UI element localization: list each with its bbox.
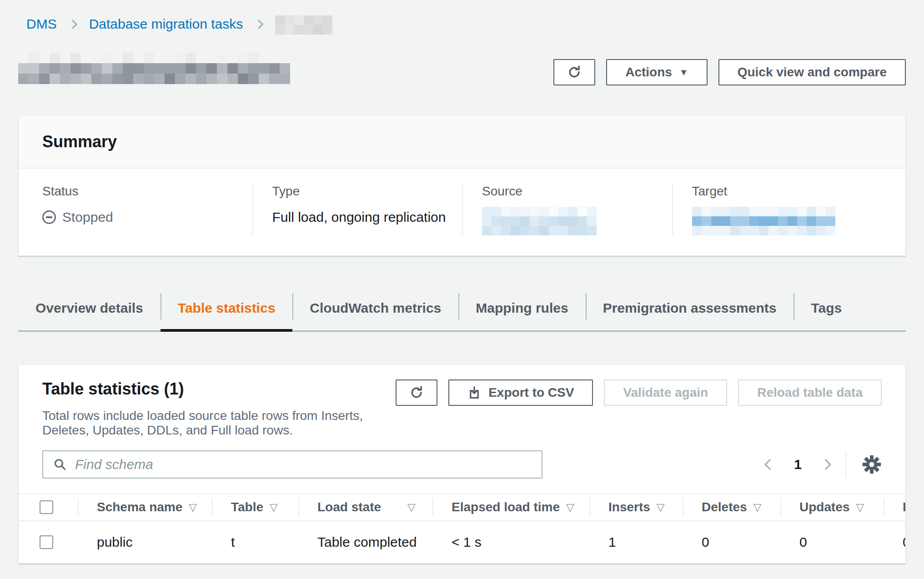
column-header-table[interactable]: Table ▽ [212, 494, 298, 520]
page: DMS Database migration tasks Actions ▼ [0, 0, 924, 564]
breadcrumb-chevron-icon [68, 19, 78, 29]
search-icon [53, 458, 67, 471]
type-value: Full load, ongoing replication [272, 210, 446, 225]
caret-down-icon: ▼ [679, 68, 688, 77]
column-header-elapsed-load-time[interactable]: Elapsed load time ▽ [432, 494, 589, 520]
breadcrumb-current-redacted [275, 15, 332, 35]
select-all-checkbox[interactable] [40, 500, 53, 514]
export-to-csv-button[interactable]: Export to CSV [448, 379, 593, 406]
tab-mapping-rules[interactable]: Mapping rules [458, 290, 585, 330]
find-schema-input[interactable] [75, 457, 532, 472]
breadcrumb-link-dms[interactable]: DMS [26, 16, 57, 32]
refresh-icon [567, 65, 582, 80]
previous-page-icon[interactable] [764, 459, 776, 470]
sort-icon: ▽ [856, 501, 864, 514]
breadcrumb-link-tasks[interactable]: Database migration tasks [89, 16, 243, 32]
schema-search-box [42, 450, 542, 479]
summary-field-source: Source [462, 184, 672, 235]
sort-icon: ▽ [407, 501, 416, 514]
table-toolbar: 1 [19, 450, 905, 479]
cell-deletes: 0 [683, 534, 780, 550]
settings-button[interactable] [862, 454, 882, 474]
header-actions: Actions ▼ Quick view and compare [553, 59, 906, 85]
tab-tags[interactable]: Tags [793, 290, 859, 330]
sort-icon: ▽ [657, 501, 665, 514]
tab-cloudwatch-metrics[interactable]: CloudWatch metrics [292, 290, 458, 330]
tab-table-statistics[interactable]: Table statistics [161, 290, 293, 330]
pagination: 1 [766, 457, 830, 472]
sort-icon: ▽ [189, 501, 197, 514]
current-page-number: 1 [794, 457, 802, 472]
page-title-redacted [18, 53, 290, 84]
actions-button-label: Actions [625, 65, 672, 80]
row-checkbox[interactable] [40, 535, 53, 549]
summary-card-body: Status Stopped Type Full load, ongoing r… [19, 169, 905, 255]
divider [845, 451, 846, 478]
column-label: Elapsed load time [452, 500, 560, 514]
quick-view-compare-label: Quick view and compare [738, 65, 887, 80]
column-label: Load state [317, 500, 381, 514]
reload-table-data-button[interactable]: Reload table data [738, 379, 882, 406]
cell-inserts: 1 [589, 534, 683, 550]
target-endpoint-link-redacted[interactable] [692, 207, 835, 235]
table-refresh-button[interactable] [396, 379, 437, 406]
column-header-schema-name[interactable]: Schema name ▽ [78, 494, 212, 520]
tab-premigration-assessments[interactable]: Premigration assessments [586, 290, 794, 330]
column-header-inserts[interactable]: Inserts ▽ [589, 494, 683, 520]
summary-field-target: Target [672, 184, 882, 235]
breadcrumb-chevron-icon [254, 19, 264, 29]
status-value: Stopped [62, 210, 113, 225]
select-all-cell [19, 494, 78, 520]
column-label: Schema name [97, 500, 182, 514]
column-label: Inserts [608, 500, 650, 514]
refresh-icon [409, 385, 424, 400]
validate-again-button[interactable]: Validate again [604, 379, 727, 406]
source-label: Source [482, 184, 672, 199]
export-to-csv-label: Export to CSV [488, 385, 574, 400]
cell-elapsed-load-time: < 1 s [432, 534, 589, 550]
tab-overview-details[interactable]: Overview details [18, 290, 161, 330]
column-header-deletes[interactable]: Deletes ▽ [683, 494, 780, 520]
column-label: Updates [799, 500, 849, 514]
refresh-button[interactable] [553, 59, 595, 85]
reload-table-data-label: Reload table data [757, 385, 863, 400]
table-statistics-header: Table statistics (1) Total rows include … [19, 365, 905, 438]
summary-field-type: Type Full load, ongoing replication [252, 184, 462, 235]
gear-icon [862, 454, 882, 474]
column-header-ddls[interactable]: DDLs ▽ [884, 494, 906, 520]
summary-card: Summary Status Stopped Type Full load, o… [18, 115, 906, 256]
table-header-row: Schema name ▽ Table ▽ Load state ▽ Elaps… [19, 494, 905, 520]
summary-field-status: Status Stopped [42, 184, 252, 235]
sort-icon: ▽ [270, 501, 278, 514]
summary-card-header: Summary [19, 116, 905, 169]
column-label: Deletes [702, 500, 747, 514]
table-statistics-table: Schema name ▽ Table ▽ Load state ▽ Elaps… [19, 493, 905, 563]
download-icon [467, 386, 481, 399]
cell-load-state: Table completed [298, 534, 432, 550]
cell-ddls: 0 [884, 534, 906, 550]
summary-title: Summary [42, 132, 882, 151]
cell-schema-name: public [78, 534, 212, 550]
column-label: Table [231, 500, 263, 514]
cell-table: t [212, 534, 298, 550]
column-header-updates[interactable]: Updates ▽ [780, 494, 884, 520]
table-statistics-heading-group: Table statistics (1) Total rows include … [42, 379, 396, 438]
cell-updates: 0 [780, 534, 884, 550]
stopped-icon [42, 210, 56, 224]
actions-button[interactable]: Actions ▼ [606, 59, 707, 85]
breadcrumb: DMS Database migration tasks [26, 14, 906, 35]
column-label: DDLs [903, 500, 906, 514]
table-row: public t Table completed < 1 s 1 0 0 0 [19, 520, 905, 563]
row-select-cell [19, 535, 78, 549]
type-label: Type [272, 184, 462, 199]
page-header: Actions ▼ Quick view and compare [18, 59, 906, 85]
status-label: Status [42, 184, 252, 199]
table-statistics-actions: Export to CSV Validate again Reload tabl… [396, 379, 882, 406]
sort-icon: ▽ [753, 501, 762, 514]
column-header-load-state[interactable]: Load state ▽ [298, 494, 432, 520]
sort-icon: ▽ [566, 501, 574, 514]
table-statistics-title: Table statistics (1) [42, 379, 396, 399]
quick-view-compare-button[interactable]: Quick view and compare [718, 59, 906, 85]
next-page-icon[interactable] [820, 459, 831, 470]
source-endpoint-link-redacted[interactable] [482, 207, 597, 235]
